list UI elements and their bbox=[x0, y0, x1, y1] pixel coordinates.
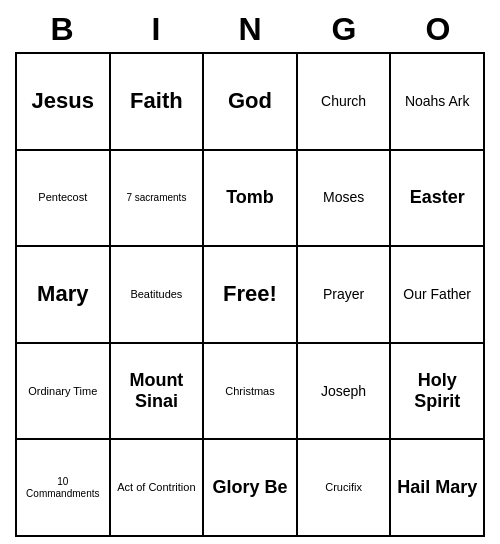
header-letter-n: N bbox=[203, 7, 297, 52]
bingo-cell-12[interactable]: Free! bbox=[204, 247, 298, 344]
bingo-cell-6[interactable]: 7 sacraments bbox=[111, 151, 205, 248]
bingo-cell-11[interactable]: Beatitudes bbox=[111, 247, 205, 344]
bingo-cell-4[interactable]: Noahs Ark bbox=[391, 54, 485, 151]
bingo-board: BINGO JesusFaithGodChurchNoahs ArkPentec… bbox=[15, 7, 485, 537]
bingo-cell-5[interactable]: Pentecost bbox=[17, 151, 111, 248]
bingo-cell-19[interactable]: Holy Spirit bbox=[391, 344, 485, 441]
bingo-cell-1[interactable]: Faith bbox=[111, 54, 205, 151]
bingo-cell-10[interactable]: Mary bbox=[17, 247, 111, 344]
bingo-cell-21[interactable]: Act of Contrition bbox=[111, 440, 205, 537]
bingo-cell-3[interactable]: Church bbox=[298, 54, 392, 151]
header-letter-g: G bbox=[297, 7, 391, 52]
bingo-cell-9[interactable]: Easter bbox=[391, 151, 485, 248]
bingo-grid: JesusFaithGodChurchNoahs ArkPentecost7 s… bbox=[15, 52, 485, 537]
bingo-cell-15[interactable]: Ordinary Time bbox=[17, 344, 111, 441]
bingo-cell-8[interactable]: Moses bbox=[298, 151, 392, 248]
bingo-cell-17[interactable]: Christmas bbox=[204, 344, 298, 441]
bingo-cell-20[interactable]: 10 Commandments bbox=[17, 440, 111, 537]
bingo-cell-24[interactable]: Hail Mary bbox=[391, 440, 485, 537]
bingo-header: BINGO bbox=[15, 7, 485, 52]
bingo-cell-13[interactable]: Prayer bbox=[298, 247, 392, 344]
bingo-cell-18[interactable]: Joseph bbox=[298, 344, 392, 441]
bingo-cell-2[interactable]: God bbox=[204, 54, 298, 151]
header-letter-o: O bbox=[391, 7, 485, 52]
bingo-cell-7[interactable]: Tomb bbox=[204, 151, 298, 248]
header-letter-i: I bbox=[109, 7, 203, 52]
bingo-cell-14[interactable]: Our Father bbox=[391, 247, 485, 344]
bingo-cell-16[interactable]: Mount Sinai bbox=[111, 344, 205, 441]
bingo-cell-0[interactable]: Jesus bbox=[17, 54, 111, 151]
bingo-cell-22[interactable]: Glory Be bbox=[204, 440, 298, 537]
bingo-cell-23[interactable]: Crucifix bbox=[298, 440, 392, 537]
header-letter-b: B bbox=[15, 7, 109, 52]
